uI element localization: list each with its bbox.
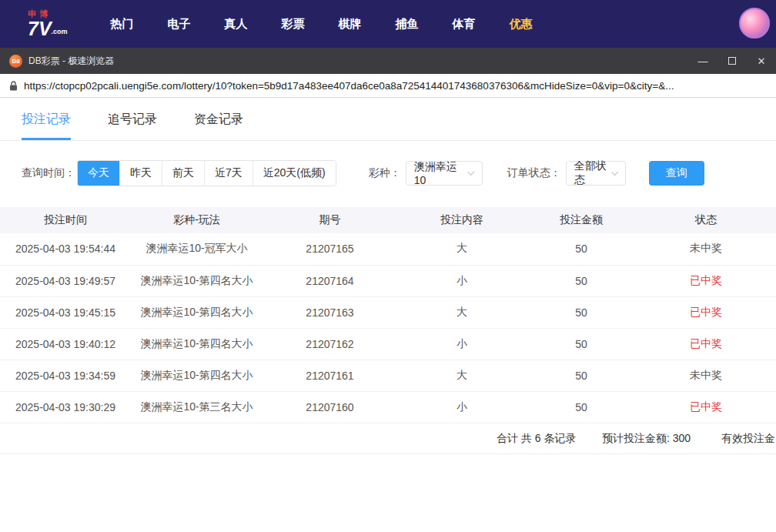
summary-valid-amount: 有效投注金 [721, 423, 775, 454]
table-row: 2025-04-03 19:34:59 澳洲幸运10-第四名大小 2120716… [0, 360, 776, 391]
cell-game-play: 澳洲幸运10-第四名大小 [131, 265, 263, 296]
cell-amount: 50 [527, 265, 636, 296]
summary-expected-amount: 预计投注金额: 300 [602, 423, 691, 454]
site-nav-items: 热门 电子 真人 彩票 棋牌 捕鱼 体育 优惠 [94, 17, 550, 32]
cell-bet-time: 2025-04-03 19:34:59 [0, 360, 131, 391]
cell-amount: 50 [527, 391, 636, 423]
header-status: 状态 [636, 207, 776, 233]
window-title: DB彩票 - 极速浏览器 [28, 55, 688, 68]
header-bet-time: 投注时间 [0, 207, 131, 233]
lock-icon [9, 81, 18, 91]
cell-bet-time: 2025-04-03 19:30:29 [0, 391, 131, 423]
nav-item-slots[interactable]: 电子 [156, 17, 202, 32]
nav-item-sports[interactable]: 体育 [441, 17, 487, 32]
order-status-label: 订单状态： [507, 166, 561, 180]
lottery-select[interactable]: 澳洲幸运10 [406, 161, 483, 186]
cell-issue: 21207162 [263, 328, 397, 360]
browser-url-bar[interactable]: https://ctopcp02pcali.uengi5e.com/lotter… [0, 74, 776, 98]
cell-content: 小 [397, 328, 527, 360]
nav-item-lottery[interactable]: 彩票 [270, 17, 316, 32]
nav-item-promo[interactable]: 优惠 [498, 17, 544, 32]
status-cell: 已中奖 [636, 265, 776, 296]
cell-game-play: 澳洲幸运10-第三名大小 [131, 391, 263, 423]
time-range-group: 今天 昨天 前天 近7天 近20天(低频) [77, 160, 336, 186]
filter-row: 查询时间： 今天 昨天 前天 近7天 近20天(低频) 彩种： 澳洲幸运10 订… [0, 161, 776, 186]
time-option-20days[interactable]: 近20天(低频) [253, 161, 336, 186]
status-cell: 已中奖 [636, 328, 776, 360]
cell-content: 大 [397, 296, 527, 328]
cell-bet-time: 2025-04-03 19:49:57 [0, 265, 131, 296]
cell-game-play: 澳洲幸运10-第四名大小 [131, 360, 263, 391]
summary-total-records: 合计 共 6 条记录 [497, 423, 576, 454]
table-row: 2025-04-03 19:45:15 澳洲幸运10-第四名大小 2120716… [0, 296, 776, 328]
cell-amount: 50 [527, 360, 636, 391]
cell-game-play: 澳洲幸运10-冠军大小 [131, 233, 263, 265]
table-row: 2025-04-03 19:30:29 澳洲幸运10-第三名大小 2120716… [0, 391, 776, 423]
nav-item-fishing[interactable]: 捕鱼 [384, 17, 430, 32]
cell-content: 大 [397, 360, 527, 391]
time-option-7days[interactable]: 近7天 [204, 161, 253, 186]
nav-item-hot[interactable]: 热门 [99, 17, 146, 32]
cell-bet-time: 2025-04-03 19:45:15 [0, 296, 131, 328]
cell-issue: 21207161 [263, 360, 397, 391]
cell-issue: 21207165 [263, 233, 397, 265]
time-option-today[interactable]: 今天 [78, 161, 119, 186]
time-filter-label: 查询时间： [22, 166, 75, 180]
record-tabs: 投注记录 追号记录 资金记录 [0, 98, 776, 141]
lottery-select-value: 澳洲幸运10 [414, 160, 463, 186]
header-amount: 投注金额 [527, 207, 636, 233]
search-button[interactable]: 查询 [649, 161, 704, 186]
cell-game-play: 澳洲幸运10-第四名大小 [131, 296, 263, 328]
table-row: 2025-04-03 19:40:12 澳洲幸运10-第四名大小 2120716… [0, 328, 776, 360]
table-header-row: 投注时间 彩种-玩法 期号 投注内容 投注金额 状态 [0, 207, 776, 233]
chevron-down-icon [611, 169, 618, 176]
cell-issue: 21207160 [263, 391, 397, 423]
browser-app-icon: D8 [9, 55, 22, 68]
lottery-filter-label: 彩种： [369, 166, 401, 180]
cell-issue: 21207163 [263, 296, 397, 328]
minimize-button[interactable]: — [688, 48, 717, 74]
nav-item-cards[interactable]: 棋牌 [327, 17, 373, 32]
browser-title-bar: D8 DB彩票 - 极速浏览器 — ✕ [0, 48, 776, 74]
chevron-down-icon [468, 168, 475, 175]
cell-bet-time: 2025-04-03 19:54:44 [0, 233, 131, 265]
status-cell: 未中奖 [636, 360, 776, 391]
summary-row: 合计 共 6 条记录 预计投注金额: 300 有效投注金 [0, 423, 776, 454]
header-game-play: 彩种-玩法 [131, 207, 263, 233]
tab-fund-records[interactable]: 资金记录 [194, 98, 243, 140]
bet-records-table: 投注时间 彩种-玩法 期号 投注内容 投注金额 状态 2025-04-03 19… [0, 207, 776, 423]
window-controls: — ✕ [688, 48, 776, 74]
user-avatar[interactable] [739, 8, 770, 38]
header-content: 投注内容 [397, 207, 527, 233]
order-status-value: 全部状态 [574, 159, 607, 187]
table-row: 2025-04-03 19:54:44 澳洲幸运10-冠军大小 21207165… [0, 233, 776, 265]
cell-amount: 50 [527, 328, 636, 360]
cell-content: 小 [397, 265, 527, 296]
status-cell: 已中奖 [636, 391, 776, 423]
cell-bet-time: 2025-04-03 19:40:12 [0, 328, 131, 360]
cell-content: 小 [397, 391, 527, 423]
logo-brand-suffix: .com [52, 28, 68, 35]
cell-amount: 50 [527, 233, 636, 265]
order-status-select[interactable]: 全部状态 [566, 161, 626, 186]
url-text: https://ctopcp02pcali.uengi5e.com/lotter… [24, 80, 674, 92]
nav-item-live[interactable]: 真人 [213, 17, 259, 32]
cell-issue: 21207164 [263, 265, 397, 296]
logo-brand-main: 7V.com [28, 19, 68, 38]
time-option-daybefore[interactable]: 前天 [162, 161, 204, 186]
time-option-yesterday[interactable]: 昨天 [119, 161, 162, 186]
cell-content: 大 [397, 233, 527, 265]
table-row: 2025-04-03 19:49:57 澳洲幸运10-第四名大小 2120716… [0, 265, 776, 296]
tab-bet-records[interactable]: 投注记录 [22, 98, 71, 140]
cell-game-play: 澳洲幸运10-第四名大小 [131, 328, 263, 360]
maximize-button[interactable] [717, 48, 747, 74]
close-button[interactable]: ✕ [747, 48, 776, 74]
cell-amount: 50 [527, 296, 636, 328]
maximize-icon [728, 57, 736, 65]
status-cell: 已中奖 [636, 296, 776, 328]
site-top-nav: 申博 7V.com 热门 电子 真人 彩票 棋牌 捕鱼 体育 优惠 [0, 0, 776, 48]
header-issue: 期号 [263, 207, 397, 233]
site-logo[interactable]: 申博 7V.com [28, 10, 68, 38]
tab-chase-records[interactable]: 追号记录 [108, 98, 157, 140]
status-cell: 未中奖 [636, 233, 776, 265]
